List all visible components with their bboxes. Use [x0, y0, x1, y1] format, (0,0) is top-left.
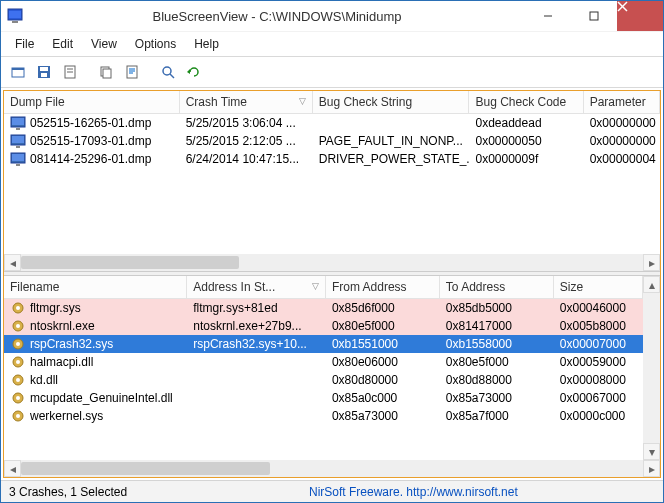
- toolbar-open-icon[interactable]: [7, 61, 29, 83]
- svg-rect-2: [12, 21, 18, 23]
- menu-help[interactable]: Help: [186, 34, 227, 54]
- svg-rect-4: [590, 12, 598, 20]
- scroll-left-icon[interactable]: ◂: [4, 460, 21, 477]
- scroll-left-icon[interactable]: ◂: [4, 254, 21, 271]
- scroll-right-icon[interactable]: ▸: [643, 254, 660, 271]
- svg-marker-23: [187, 69, 190, 74]
- table-row[interactable]: 052515-17093-01.dmp5/25/2015 2:12:05 ...…: [4, 132, 660, 150]
- col-to-address[interactable]: To Address: [440, 276, 554, 298]
- menu-view[interactable]: View: [83, 34, 125, 54]
- svg-point-44: [16, 396, 20, 400]
- svg-rect-16: [103, 69, 111, 78]
- statusbar: 3 Crashes, 1 Selected NirSoft Freeware. …: [1, 480, 663, 502]
- monitor-icon: [10, 133, 26, 149]
- svg-rect-31: [12, 154, 24, 161]
- col-bug-check-code[interactable]: Bug Check Code: [469, 91, 583, 113]
- table-row[interactable]: fltmgr.sysfltmgr.sys+81ed0x85d6f0000x85d…: [4, 299, 643, 317]
- nirsoft-link[interactable]: http://www.nirsoft.net: [406, 485, 517, 499]
- toolbar-properties-icon[interactable]: [59, 61, 81, 83]
- driver-icon: [10, 318, 26, 334]
- driver-icon: [10, 408, 26, 424]
- svg-rect-1: [9, 11, 21, 18]
- window-controls: [525, 1, 663, 31]
- status-branding: NirSoft Freeware. http://www.nirsoft.net: [309, 485, 655, 499]
- svg-point-21: [163, 67, 171, 75]
- col-parameter[interactable]: Parameter: [584, 91, 660, 113]
- app-icon: [1, 8, 29, 24]
- drivers-listview[interactable]: Filename Address In St...▽ From Address …: [4, 276, 660, 460]
- svg-rect-26: [16, 128, 20, 130]
- dump-listview[interactable]: Dump File Crash Time▽ Bug Check String B…: [4, 91, 660, 254]
- table-row[interactable]: rspCrash32.sysrspCrash32.sys+10...0xb155…: [4, 335, 643, 353]
- svg-point-40: [16, 360, 20, 364]
- sort-indicator-icon: ▽: [299, 96, 306, 106]
- table-row[interactable]: halmacpi.dll0x80e060000x80e5f0000x000590…: [4, 353, 643, 371]
- scroll-up-icon[interactable]: ▴: [643, 276, 660, 293]
- menu-options[interactable]: Options: [127, 34, 184, 54]
- svg-point-38: [16, 342, 20, 346]
- toolbar-find-icon[interactable]: [157, 61, 179, 83]
- toolbar-report-icon[interactable]: [121, 61, 143, 83]
- toolbar-refresh-icon[interactable]: [183, 61, 205, 83]
- svg-rect-28: [12, 136, 24, 143]
- driver-icon: [10, 336, 26, 352]
- dump-hscrollbar[interactable]: ◂ ▸: [4, 254, 660, 271]
- driver-icon: [10, 390, 26, 406]
- minimize-button[interactable]: [525, 1, 571, 31]
- menu-file[interactable]: File: [7, 34, 42, 54]
- drivers-vscrollbar[interactable]: ▴ ▾: [643, 276, 660, 460]
- col-crash-time[interactable]: Crash Time▽: [180, 91, 313, 113]
- col-from-address[interactable]: From Address: [326, 276, 440, 298]
- svg-rect-11: [41, 73, 47, 77]
- table-row[interactable]: 052515-16265-01.dmp5/25/2015 3:06:04 ...…: [4, 114, 660, 132]
- drivers-hscrollbar[interactable]: ◂ ▸: [4, 460, 660, 477]
- toolbar-save-icon[interactable]: [33, 61, 55, 83]
- driver-icon: [10, 300, 26, 316]
- maximize-button[interactable]: [571, 1, 617, 31]
- svg-point-46: [16, 414, 20, 418]
- table-row[interactable]: werkernel.sys0x85a730000x85a7f0000x0000c…: [4, 407, 643, 425]
- col-address-in-stack[interactable]: Address In St...▽: [187, 276, 326, 298]
- monitor-icon: [10, 151, 26, 167]
- svg-rect-29: [16, 146, 20, 148]
- svg-point-34: [16, 306, 20, 310]
- window-title: BlueScreenView - C:\WINDOWS\Minidump: [29, 9, 525, 24]
- dump-list-pane: Dump File Crash Time▽ Bug Check String B…: [4, 91, 660, 271]
- col-bug-check-string[interactable]: Bug Check String: [313, 91, 470, 113]
- svg-rect-25: [12, 118, 24, 125]
- status-text: 3 Crashes, 1 Selected: [9, 485, 309, 499]
- close-button[interactable]: [617, 1, 663, 31]
- table-row[interactable]: ntoskrnl.exentoskrnl.exe+27b9...0x80e5f0…: [4, 317, 643, 335]
- svg-point-36: [16, 324, 20, 328]
- svg-rect-10: [40, 67, 48, 71]
- driver-icon: [10, 354, 26, 370]
- scroll-right-icon[interactable]: ▸: [643, 460, 660, 477]
- toolbar: [1, 56, 663, 88]
- table-row[interactable]: kd.dll0x80d800000x80d880000x00008000: [4, 371, 643, 389]
- drivers-list-header: Filename Address In St...▽ From Address …: [4, 276, 643, 299]
- drivers-list-pane: Filename Address In St...▽ From Address …: [4, 276, 660, 477]
- svg-rect-32: [16, 164, 20, 166]
- sort-indicator-icon: ▽: [312, 281, 319, 291]
- svg-line-22: [170, 74, 174, 78]
- monitor-icon: [10, 115, 26, 131]
- dump-list-header: Dump File Crash Time▽ Bug Check String B…: [4, 91, 660, 114]
- table-row[interactable]: mcupdate_GenuineIntel.dll0x85a0c0000x85a…: [4, 389, 643, 407]
- table-row[interactable]: 081414-25296-01.dmp6/24/2014 10:47:15...…: [4, 150, 660, 168]
- menubar: File Edit View Options Help: [1, 31, 663, 56]
- driver-icon: [10, 372, 26, 388]
- col-size[interactable]: Size: [554, 276, 643, 298]
- svg-rect-17: [127, 66, 137, 78]
- col-dump-file[interactable]: Dump File: [4, 91, 180, 113]
- menu-edit[interactable]: Edit: [44, 34, 81, 54]
- titlebar: BlueScreenView - C:\WINDOWS\Minidump: [1, 1, 663, 31]
- main-panes: Dump File Crash Time▽ Bug Check String B…: [3, 90, 661, 478]
- toolbar-copy-icon[interactable]: [95, 61, 117, 83]
- scroll-down-icon[interactable]: ▾: [643, 443, 660, 460]
- svg-rect-8: [12, 68, 24, 70]
- svg-point-42: [16, 378, 20, 382]
- col-filename[interactable]: Filename: [4, 276, 187, 298]
